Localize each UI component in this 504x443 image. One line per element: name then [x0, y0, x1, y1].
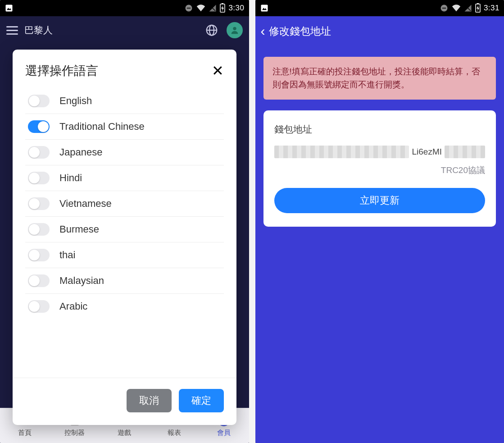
- language-label: Japanese: [59, 146, 102, 158]
- language-row[interactable]: English: [25, 88, 224, 114]
- language-label: English: [59, 95, 92, 107]
- battery-icon: [219, 3, 226, 13]
- back-icon[interactable]: ‹: [261, 23, 265, 39]
- wifi-icon: [196, 4, 206, 13]
- svg-rect-28: [477, 3, 479, 4]
- address-obscured-right: [445, 146, 485, 158]
- update-button[interactable]: 立即更新: [274, 188, 486, 213]
- address-obscured-left: [274, 146, 409, 158]
- language-label: Traditional Chinese: [59, 121, 145, 132]
- language-label: Burmese: [59, 224, 99, 235]
- picture-icon: [5, 4, 14, 13]
- svg-rect-6: [222, 3, 223, 4]
- tab-label: 報表: [168, 429, 181, 437]
- svg-marker-29: [477, 5, 479, 11]
- wallet-address-field[interactable]: Li6ezMI: [274, 146, 486, 158]
- language-toggle[interactable]: [28, 95, 50, 107]
- notice-banner: 注意!填寫正確的投注錢包地址，投注後能即時結算，否則會因為無賬號綁定而不進行開獎…: [263, 57, 496, 100]
- language-modal: 選擇操作語言 ✕ English Traditional Chinese Jap…: [13, 50, 236, 425]
- language-toggle[interactable]: [28, 146, 50, 159]
- language-toggle[interactable]: [28, 274, 50, 287]
- tab-label: 控制器: [64, 429, 85, 437]
- close-icon[interactable]: ✕: [212, 62, 224, 79]
- dnd-icon: [184, 4, 193, 13]
- language-label: Malaysian: [59, 275, 104, 287]
- language-label: Hindi: [59, 172, 82, 184]
- avatar[interactable]: [227, 22, 243, 38]
- svg-rect-3: [187, 8, 191, 9]
- language-toggle[interactable]: [28, 172, 50, 184]
- language-toggle[interactable]: [28, 197, 50, 210]
- app-header: 巴黎人: [0, 16, 249, 44]
- language-label: thai: [59, 249, 75, 261]
- cancel-button[interactable]: 取消: [127, 389, 172, 412]
- battery-icon: [475, 3, 481, 13]
- picture-icon: [260, 4, 269, 13]
- svg-rect-25: [442, 8, 446, 9]
- page-title: 修改錢包地址: [269, 24, 331, 38]
- confirm-button[interactable]: 確定: [179, 389, 224, 412]
- svg-rect-0: [6, 5, 13, 12]
- clock-text: 3:30: [228, 4, 244, 13]
- tab-label: 首頁: [18, 429, 32, 437]
- screen-wallet-edit: 3:31 ‹ 修改錢包地址 注意!填寫正確的投注錢包地址，投注後能即時結算，否則…: [255, 0, 504, 443]
- signal-icon: [464, 4, 472, 12]
- language-row[interactable]: Vietnamese: [25, 191, 224, 217]
- language-row[interactable]: Japanese: [25, 140, 224, 165]
- status-bar: 3:30: [0, 0, 249, 16]
- wifi-icon: [451, 4, 461, 13]
- tab-label: 遊戲: [118, 429, 131, 437]
- modal-title: 選擇操作語言: [25, 63, 98, 79]
- status-bar: 3:31: [255, 0, 504, 16]
- tab-label: 會員: [217, 429, 231, 437]
- language-toggle[interactable]: [28, 249, 50, 261]
- svg-rect-22: [261, 5, 268, 12]
- app-name: 巴黎人: [24, 24, 53, 37]
- language-list: English Traditional Chinese Japanese Hin…: [13, 88, 236, 378]
- language-row[interactable]: Traditional Chinese: [25, 114, 224, 140]
- dnd-icon: [440, 4, 449, 13]
- language-row[interactable]: Hindi: [25, 165, 224, 191]
- protocol-label: TRC20協議: [274, 164, 486, 176]
- language-label: Arabic: [59, 301, 87, 312]
- language-row[interactable]: thai: [25, 242, 224, 268]
- language-row[interactable]: Burmese: [25, 217, 224, 242]
- svg-point-11: [233, 27, 236, 30]
- wallet-card: 錢包地址 Li6ezMI TRC20協議 立即更新: [263, 110, 496, 227]
- language-toggle[interactable]: [28, 120, 50, 133]
- menu-icon[interactable]: [6, 26, 18, 35]
- language-toggle[interactable]: [28, 300, 50, 313]
- clock-text: 3:31: [484, 4, 499, 13]
- page-header: ‹ 修改錢包地址: [255, 16, 504, 46]
- address-visible-fragment: Li6ezMI: [412, 147, 442, 157]
- globe-icon[interactable]: [205, 23, 218, 37]
- language-row[interactable]: Malaysian: [25, 268, 224, 294]
- language-toggle[interactable]: [28, 223, 50, 236]
- language-row[interactable]: Arabic: [25, 294, 224, 319]
- signal-icon: [209, 4, 217, 12]
- svg-marker-7: [221, 5, 224, 11]
- language-label: Vietnamese: [59, 198, 112, 210]
- screen-language-select: 3:30 巴黎人 首頁控制器遊戲報表會員 選擇操作語言 ✕ English: [0, 0, 249, 443]
- wallet-address-label: 錢包地址: [274, 123, 486, 136]
